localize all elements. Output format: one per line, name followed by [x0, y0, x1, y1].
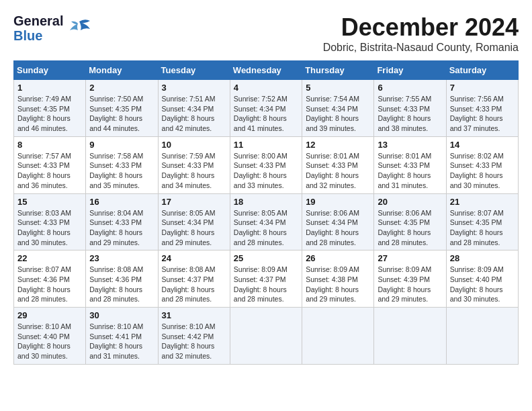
logo-bird-icon — [66, 18, 91, 38]
day-info: Sunrise: 8:03 AM Sunset: 4:33 PM Dayligh… — [17, 208, 82, 248]
day-info: Sunrise: 8:09 AM Sunset: 4:37 PM Dayligh… — [234, 265, 298, 304]
day-info: Sunrise: 7:54 AM Sunset: 4:34 PM Dayligh… — [306, 94, 370, 134]
calendar-week-row: 22Sunrise: 8:07 AM Sunset: 4:36 PM Dayli… — [14, 250, 519, 308]
calendar-cell: 29Sunrise: 8:10 AM Sunset: 4:40 PM Dayli… — [14, 308, 86, 365]
calendar-week-row: 1Sunrise: 7:49 AM Sunset: 4:35 PM Daylig… — [14, 80, 519, 137]
day-info: Sunrise: 7:59 AM Sunset: 4:33 PM Dayligh… — [162, 151, 226, 191]
calendar-cell: 19Sunrise: 8:06 AM Sunset: 4:34 PM Dayli… — [302, 193, 374, 250]
day-number: 21 — [450, 197, 515, 207]
day-info: Sunrise: 7:49 AM Sunset: 4:35 PM Dayligh… — [17, 94, 82, 134]
weekday-header-row: SundayMondayTuesdayWednesdayThursdayFrid… — [14, 61, 519, 80]
day-info: Sunrise: 8:09 AM Sunset: 4:39 PM Dayligh… — [378, 265, 442, 304]
calendar-cell: 23Sunrise: 8:08 AM Sunset: 4:36 PM Dayli… — [86, 250, 158, 308]
day-number: 11 — [234, 140, 298, 150]
calendar-cell: 12Sunrise: 8:01 AM Sunset: 4:33 PM Dayli… — [302, 136, 374, 193]
day-number: 17 — [162, 197, 226, 207]
day-info: Sunrise: 7:56 AM Sunset: 4:33 PM Dayligh… — [450, 94, 515, 134]
day-number: 26 — [306, 253, 370, 263]
day-info: Sunrise: 8:00 AM Sunset: 4:33 PM Dayligh… — [234, 151, 298, 191]
calendar-cell: 16Sunrise: 8:04 AM Sunset: 4:33 PM Dayli… — [86, 193, 158, 250]
day-number: 23 — [89, 253, 154, 263]
day-number: 9 — [89, 140, 154, 150]
day-number: 30 — [89, 310, 154, 320]
calendar-cell: 4Sunrise: 7:52 AM Sunset: 4:34 PM Daylig… — [230, 80, 302, 137]
day-info: Sunrise: 8:10 AM Sunset: 4:40 PM Dayligh… — [17, 322, 82, 361]
day-info: Sunrise: 8:05 AM Sunset: 4:34 PM Dayligh… — [234, 208, 298, 248]
day-number: 8 — [17, 140, 82, 150]
calendar-cell: 28Sunrise: 8:09 AM Sunset: 4:40 PM Dayli… — [446, 250, 518, 308]
calendar-body: 1Sunrise: 7:49 AM Sunset: 4:35 PM Daylig… — [14, 80, 519, 365]
day-number: 15 — [17, 197, 82, 207]
month-title: December 2024 — [323, 13, 519, 42]
calendar-cell: 17Sunrise: 8:05 AM Sunset: 4:34 PM Dayli… — [158, 193, 230, 250]
location-title: Dobric, Bistrita-Nasaud County, Romania — [323, 42, 519, 54]
day-info: Sunrise: 8:06 AM Sunset: 4:34 PM Dayligh… — [306, 208, 370, 248]
calendar-cell: 25Sunrise: 8:09 AM Sunset: 4:37 PM Dayli… — [230, 250, 302, 308]
calendar-cell: 22Sunrise: 8:07 AM Sunset: 4:36 PM Dayli… — [14, 250, 86, 308]
logo-blue: Blue — [13, 28, 63, 43]
calendar-cell: 27Sunrise: 8:09 AM Sunset: 4:39 PM Dayli… — [374, 250, 446, 308]
logo: General Blue — [13, 13, 91, 43]
day-number: 1 — [17, 83, 82, 93]
day-info: Sunrise: 8:01 AM Sunset: 4:33 PM Dayligh… — [378, 151, 442, 191]
day-number: 13 — [378, 140, 442, 150]
day-info: Sunrise: 8:08 AM Sunset: 4:36 PM Dayligh… — [89, 265, 154, 304]
day-number: 22 — [17, 253, 82, 263]
calendar-cell: 30Sunrise: 8:10 AM Sunset: 4:41 PM Dayli… — [86, 308, 158, 365]
day-info: Sunrise: 8:06 AM Sunset: 4:35 PM Dayligh… — [378, 208, 442, 248]
logo-general: General — [13, 13, 63, 28]
day-info: Sunrise: 8:04 AM Sunset: 4:33 PM Dayligh… — [89, 208, 154, 248]
day-info: Sunrise: 8:07 AM Sunset: 4:36 PM Dayligh… — [17, 265, 82, 304]
weekday-header-friday: Friday — [374, 61, 446, 80]
day-number: 3 — [162, 83, 226, 93]
day-number: 31 — [162, 310, 226, 320]
day-number: 5 — [306, 83, 370, 93]
day-number: 2 — [89, 83, 154, 93]
calendar-cell: 10Sunrise: 7:59 AM Sunset: 4:33 PM Dayli… — [158, 136, 230, 193]
calendar-cell: 31Sunrise: 8:10 AM Sunset: 4:42 PM Dayli… — [158, 308, 230, 365]
calendar-cell: 20Sunrise: 8:06 AM Sunset: 4:35 PM Dayli… — [374, 193, 446, 250]
day-info: Sunrise: 8:01 AM Sunset: 4:33 PM Dayligh… — [306, 151, 370, 191]
calendar-cell: 11Sunrise: 8:00 AM Sunset: 4:33 PM Dayli… — [230, 136, 302, 193]
calendar-cell: 3Sunrise: 7:51 AM Sunset: 4:34 PM Daylig… — [158, 80, 230, 137]
weekday-header-tuesday: Tuesday — [158, 61, 230, 80]
weekday-header-wednesday: Wednesday — [230, 61, 302, 80]
day-info: Sunrise: 7:55 AM Sunset: 4:33 PM Dayligh… — [378, 94, 442, 134]
day-number: 18 — [234, 197, 298, 207]
calendar-cell: 18Sunrise: 8:05 AM Sunset: 4:34 PM Dayli… — [230, 193, 302, 250]
calendar-cell: 13Sunrise: 8:01 AM Sunset: 4:33 PM Dayli… — [374, 136, 446, 193]
day-info: Sunrise: 7:51 AM Sunset: 4:34 PM Dayligh… — [162, 94, 226, 134]
calendar-cell: 8Sunrise: 7:57 AM Sunset: 4:33 PM Daylig… — [14, 136, 86, 193]
day-info: Sunrise: 7:58 AM Sunset: 4:33 PM Dayligh… — [89, 151, 154, 191]
calendar-cell — [302, 308, 374, 365]
day-number: 16 — [89, 197, 154, 207]
calendar-week-row: 15Sunrise: 8:03 AM Sunset: 4:33 PM Dayli… — [14, 193, 519, 250]
weekday-header-monday: Monday — [86, 61, 158, 80]
calendar-cell: 7Sunrise: 7:56 AM Sunset: 4:33 PM Daylig… — [446, 80, 518, 137]
day-number: 28 — [450, 253, 515, 263]
day-info: Sunrise: 8:05 AM Sunset: 4:34 PM Dayligh… — [162, 208, 226, 248]
calendar-cell — [446, 308, 518, 365]
day-number: 7 — [450, 83, 515, 93]
calendar-table: SundayMondayTuesdayWednesdayThursdayFrid… — [13, 60, 519, 365]
calendar-cell: 2Sunrise: 7:50 AM Sunset: 4:35 PM Daylig… — [86, 80, 158, 137]
day-info: Sunrise: 8:10 AM Sunset: 4:41 PM Dayligh… — [89, 322, 154, 361]
calendar-cell — [374, 308, 446, 365]
day-number: 27 — [378, 253, 442, 263]
day-number: 29 — [17, 310, 82, 320]
calendar-cell: 24Sunrise: 8:08 AM Sunset: 4:37 PM Dayli… — [158, 250, 230, 308]
calendar-cell: 5Sunrise: 7:54 AM Sunset: 4:34 PM Daylig… — [302, 80, 374, 137]
page-header: General Blue December 2024 Dobric, Bistr… — [13, 13, 519, 54]
day-number: 20 — [378, 197, 442, 207]
day-number: 14 — [450, 140, 515, 150]
calendar-cell: 21Sunrise: 8:07 AM Sunset: 4:35 PM Dayli… — [446, 193, 518, 250]
calendar-cell: 15Sunrise: 8:03 AM Sunset: 4:33 PM Dayli… — [14, 193, 86, 250]
weekday-header-saturday: Saturday — [446, 61, 518, 80]
day-info: Sunrise: 8:09 AM Sunset: 4:40 PM Dayligh… — [450, 265, 515, 304]
day-info: Sunrise: 8:10 AM Sunset: 4:42 PM Dayligh… — [162, 322, 226, 361]
calendar-week-row: 29Sunrise: 8:10 AM Sunset: 4:40 PM Dayli… — [14, 308, 519, 365]
calendar-week-row: 8Sunrise: 7:57 AM Sunset: 4:33 PM Daylig… — [14, 136, 519, 193]
calendar-cell: 1Sunrise: 7:49 AM Sunset: 4:35 PM Daylig… — [14, 80, 86, 137]
day-info: Sunrise: 8:08 AM Sunset: 4:37 PM Dayligh… — [162, 265, 226, 304]
day-info: Sunrise: 7:50 AM Sunset: 4:35 PM Dayligh… — [89, 94, 154, 134]
